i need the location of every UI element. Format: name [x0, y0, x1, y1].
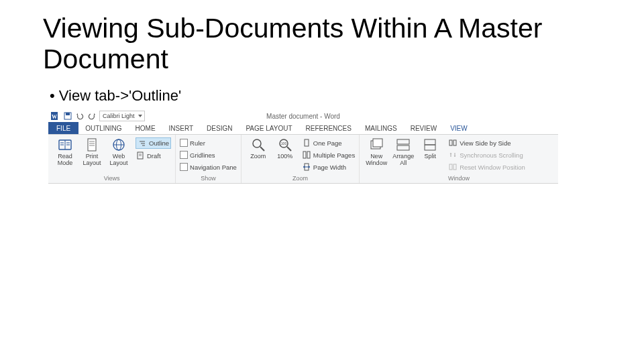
zoom-icon — [251, 137, 266, 152]
group-window: New Window Arrange All Split — [360, 135, 558, 183]
synchronous-scrolling-button[interactable]: Synchronous Scrolling — [448, 149, 525, 160]
group-window-label: Window — [364, 175, 554, 183]
new-window-icon — [369, 137, 384, 152]
outline-button[interactable]: Outline — [136, 137, 171, 149]
group-show: Ruler Gridlines Navigation Pane Show — [176, 135, 241, 183]
group-views: Read Mode Print Layout Web Layout — [48, 135, 176, 183]
svg-rect-3 — [66, 113, 70, 115]
new-window-label: New Window — [364, 154, 389, 166]
side-by-side-icon — [448, 138, 458, 147]
tab-page-layout[interactable]: PAGE LAYOUT — [239, 122, 299, 134]
web-layout-label: Web Layout — [106, 154, 131, 166]
web-layout-button[interactable]: Web Layout — [106, 136, 131, 166]
print-layout-icon — [85, 137, 99, 152]
tab-outlining[interactable]: OUTLINING — [78, 122, 128, 134]
navigation-pane-checkbox[interactable]: Navigation Pane — [180, 162, 237, 172]
read-mode-label: Read Mode — [52, 154, 78, 166]
undo-icon[interactable] — [75, 111, 85, 121]
tab-home[interactable]: HOME — [129, 122, 162, 134]
svg-text:W: W — [52, 114, 57, 120]
save-icon[interactable] — [63, 111, 72, 121]
split-button[interactable]: Split — [417, 136, 443, 160]
svg-point-23 — [253, 139, 261, 147]
web-layout-icon — [111, 137, 126, 152]
draft-button[interactable]: Draft — [136, 150, 171, 161]
slide-title: Viewing Sub-Documents Within A Master Do… — [43, 13, 601, 75]
group-show-label: Show — [180, 175, 237, 183]
tab-review[interactable]: REVIEW — [404, 122, 443, 134]
view-side-by-side-button[interactable]: View Side by Side — [448, 137, 525, 148]
page-width-button[interactable]: Page Width — [302, 162, 355, 172]
reset-window-position-label: Reset Window Position — [460, 164, 525, 171]
word-screenshot: W Calibri Light Master document - Word F… — [48, 110, 558, 190]
arrange-all-label: Arrange All — [390, 154, 416, 166]
svg-text:100: 100 — [281, 141, 287, 145]
tab-insert[interactable]: INSERT — [162, 122, 201, 134]
arrange-all-icon — [396, 137, 411, 152]
split-icon — [423, 137, 437, 152]
outline-label: Outline — [149, 139, 169, 147]
checkbox-icon — [180, 163, 188, 171]
redo-icon[interactable] — [87, 111, 97, 121]
ruler-checkbox[interactable]: Ruler — [180, 137, 237, 148]
hundred-percent-button[interactable]: 100 100% — [272, 136, 298, 160]
svg-rect-29 — [303, 152, 306, 158]
print-layout-button[interactable]: Print Layout — [79, 136, 105, 166]
page-width-label: Page Width — [313, 164, 346, 171]
svg-rect-28 — [305, 139, 309, 146]
hundred-percent-icon: 100 — [278, 137, 292, 152]
reset-window-icon — [448, 162, 458, 172]
synchronous-scrolling-icon — [448, 150, 458, 160]
one-page-icon — [302, 138, 311, 147]
gridlines-label: Gridlines — [190, 152, 215, 159]
svg-rect-35 — [397, 139, 409, 144]
tab-mailings[interactable]: MAILINGS — [358, 122, 404, 134]
svg-rect-34 — [373, 139, 382, 147]
draft-icon — [136, 151, 145, 160]
checkbox-icon — [180, 139, 188, 147]
tab-file[interactable]: FILE — [48, 122, 78, 134]
group-views-label: Views — [52, 175, 171, 183]
reset-window-position-button[interactable]: Reset Window Position — [448, 162, 525, 172]
page-width-icon — [302, 162, 311, 172]
multiple-pages-icon — [302, 150, 311, 160]
hundred-percent-label: 100% — [277, 154, 292, 160]
slide-bullets: View tab->'Outline' — [50, 87, 601, 105]
zoom-label: Zoom — [250, 154, 266, 160]
svg-rect-30 — [307, 152, 310, 158]
svg-rect-36 — [397, 145, 409, 150]
group-zoom: Zoom 100 100% One Page — [241, 135, 360, 183]
svg-line-26 — [287, 147, 291, 151]
split-label: Split — [424, 154, 436, 160]
font-selector[interactable]: Calibri Light — [99, 111, 145, 121]
tab-references[interactable]: REFERENCES — [299, 122, 358, 134]
outline-icon — [138, 139, 147, 148]
bullet-item: View tab->'Outline' — [50, 87, 601, 105]
arrange-all-button[interactable]: Arrange All — [390, 136, 416, 166]
tab-view[interactable]: VIEW — [443, 122, 474, 134]
svg-rect-10 — [88, 139, 96, 151]
quick-access-toolbar: W Calibri Light Master document - Word — [48, 110, 558, 122]
checkbox-icon — [180, 151, 188, 159]
navigation-pane-label: Navigation Pane — [190, 164, 237, 171]
zoom-button[interactable]: Zoom — [246, 136, 271, 160]
svg-rect-41 — [449, 164, 452, 170]
svg-rect-42 — [453, 164, 456, 170]
ruler-label: Ruler — [190, 139, 205, 147]
ribbon-tabs: FILE OUTLINING HOME INSERT DESIGN PAGE L… — [48, 122, 558, 135]
gridlines-checkbox[interactable]: Gridlines — [180, 149, 237, 160]
one-page-label: One Page — [313, 139, 342, 147]
svg-rect-39 — [449, 140, 452, 145]
read-mode-icon — [58, 137, 72, 152]
read-mode-button[interactable]: Read Mode — [52, 136, 78, 166]
ribbon: Read Mode Print Layout Web Layout — [48, 135, 558, 184]
tab-design[interactable]: DESIGN — [200, 122, 239, 134]
new-window-button[interactable]: New Window — [364, 136, 389, 166]
synchronous-scrolling-label: Synchronous Scrolling — [460, 152, 523, 159]
svg-line-24 — [260, 147, 264, 151]
one-page-button[interactable]: One Page — [302, 137, 355, 148]
multiple-pages-button[interactable]: Multiple Pages — [302, 149, 355, 160]
group-zoom-label: Zoom — [246, 175, 355, 183]
print-layout-label: Print Layout — [79, 154, 105, 166]
view-side-by-side-label: View Side by Side — [460, 139, 511, 147]
